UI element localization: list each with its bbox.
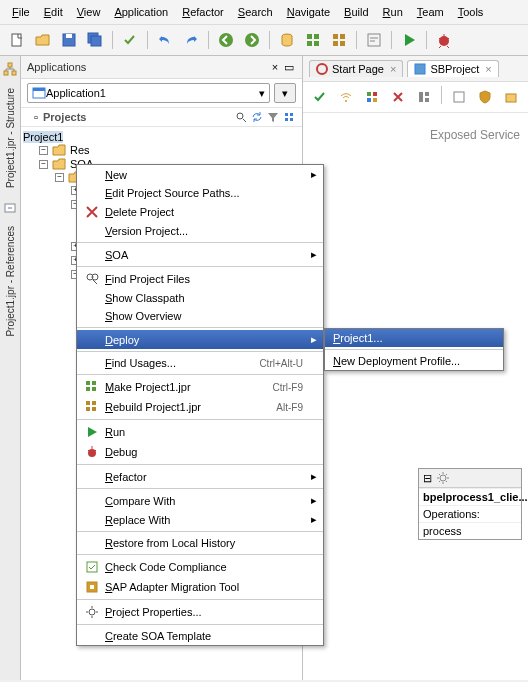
structure-icon[interactable] [3, 62, 17, 76]
ctx-deploy[interactable]: Deploy▸ [77, 330, 323, 349]
ctx-project-properties[interactable]: Project Properties... [77, 602, 323, 622]
menu-application[interactable]: Application [108, 4, 174, 20]
toolbar-options-icon[interactable] [282, 110, 296, 124]
menu-run[interactable]: Run [377, 4, 409, 20]
side-tab-structure[interactable]: Project1.jpr - Structure [3, 82, 18, 194]
svg-rect-49 [506, 94, 516, 102]
tree-root[interactable]: Project1 [23, 131, 63, 143]
run-button[interactable] [398, 29, 420, 51]
shortcut: Ctrl+Alt-U [259, 358, 307, 369]
menu-refactor[interactable]: Refactor [176, 4, 230, 20]
ctx-show-overview[interactable]: Show Overview [77, 307, 323, 325]
tool-shield[interactable] [474, 86, 496, 108]
close-icon[interactable]: × [390, 63, 396, 75]
ctx-version-project[interactable]: Version Project... [77, 222, 323, 240]
undo-button[interactable] [154, 29, 176, 51]
menu-search[interactable]: Search [232, 4, 279, 20]
tab-start-page[interactable]: Start Page × [309, 60, 403, 77]
ctx-delete-project[interactable]: Delete Project [77, 202, 323, 222]
new-button[interactable] [6, 29, 28, 51]
ctx-compare-with[interactable]: Compare With▸ [77, 491, 323, 510]
bpel-component[interactable]: ⊟ bpelprocess1_clie... Operations: proce… [418, 468, 522, 540]
menu-navigate[interactable]: Navigate [281, 4, 336, 20]
application-menu-button[interactable]: ▾ [274, 83, 296, 103]
tab-sbproject[interactable]: SBProject × [407, 60, 498, 77]
side-tab-references[interactable]: Project1.jpr - References [3, 220, 18, 343]
menu-file[interactable]: File [6, 4, 36, 20]
expand-icon[interactable]: − [39, 146, 48, 155]
ctx-rebuild-project1-jpr[interactable]: Rebuild Project1.jprAlt-F9 [77, 397, 323, 417]
toolbar-refresh-icon[interactable] [250, 110, 264, 124]
svg-point-64 [89, 609, 95, 615]
tool-grid[interactable] [361, 86, 383, 108]
deploy-new-deployment-profile[interactable]: New Deployment Profile... [325, 352, 503, 370]
ctx-replace-with[interactable]: Replace With▸ [77, 510, 323, 529]
svg-rect-44 [373, 98, 377, 102]
menu-edit[interactable]: Edit [38, 4, 69, 20]
ctx-label: Compare With [105, 495, 307, 507]
ctx-soa[interactable]: SOA▸ [77, 245, 323, 264]
application-selector[interactable]: Application1 ▾ [27, 83, 270, 103]
ctx-restore-from-local-history[interactable]: Restore from Local History [77, 534, 323, 552]
tool-box[interactable] [500, 86, 522, 108]
debug-button[interactable] [433, 29, 455, 51]
forward-button[interactable] [241, 29, 263, 51]
rebuild-button[interactable] [328, 29, 350, 51]
svg-point-38 [317, 64, 327, 74]
menu-build[interactable]: Build [338, 4, 374, 20]
toolbar-filter-icon[interactable] [266, 110, 280, 124]
expand-icon[interactable]: − [39, 160, 48, 169]
tool-square[interactable] [448, 86, 470, 108]
svg-rect-15 [340, 41, 345, 46]
ctx-run[interactable]: Run [77, 422, 323, 442]
make-button[interactable] [302, 29, 324, 51]
ctx-find-project-files[interactable]: Find Project Files [77, 269, 323, 289]
ctx-show-classpath[interactable]: Show Classpath [77, 289, 323, 307]
svg-rect-20 [12, 71, 16, 75]
ctx-label: New [105, 169, 307, 181]
check-button[interactable] [119, 29, 141, 51]
menu-team[interactable]: Team [411, 4, 450, 20]
menu-tools[interactable]: Tools [452, 4, 490, 20]
ctx-find-usages[interactable]: Find Usages...Ctrl+Alt-U [77, 354, 323, 372]
toolbar-search-icon[interactable] [234, 110, 248, 124]
tree-item[interactable]: Res [70, 144, 90, 156]
back-button[interactable] [215, 29, 237, 51]
collapse-icon[interactable]: ⊟ [423, 472, 432, 485]
svg-rect-45 [419, 92, 423, 102]
menu-view[interactable]: View [71, 4, 107, 20]
svg-rect-46 [425, 92, 429, 96]
menubar: FileEditViewApplicationRefactorSearchNav… [0, 0, 528, 25]
references-icon[interactable] [3, 200, 17, 214]
save-button[interactable] [58, 29, 80, 51]
expand-icon[interactable]: − [55, 173, 64, 182]
svg-rect-12 [333, 34, 338, 39]
db-button[interactable] [276, 29, 298, 51]
close-icon[interactable]: × [485, 63, 491, 75]
redo-button[interactable] [180, 29, 202, 51]
deploy-project1[interactable]: Project1... [325, 329, 503, 347]
save-all-button[interactable] [84, 29, 106, 51]
tool-wifi[interactable] [335, 86, 357, 108]
panel-close-icon[interactable]: × [268, 60, 282, 74]
svg-rect-47 [425, 98, 429, 102]
tool-layout[interactable] [413, 86, 435, 108]
svg-rect-53 [86, 381, 90, 385]
tool-check[interactable] [309, 86, 331, 108]
ctx-edit-project-source-paths[interactable]: Edit Project Source Paths... [77, 184, 323, 202]
ctx-label: Debug [105, 446, 307, 458]
minimize-icon[interactable]: ▫ [29, 110, 43, 124]
ctx-check-code-compliance[interactable]: Check Code Compliance [77, 557, 323, 577]
main-toolbar [0, 25, 528, 56]
ctx-debug[interactable]: Debug [77, 442, 323, 462]
audit-button[interactable] [363, 29, 385, 51]
ctx-create-soa-template[interactable]: Create SOA Template [77, 627, 323, 645]
tab-label: Start Page [332, 63, 384, 75]
ctx-sap-adapter-migration-tool[interactable]: SAP Adapter Migration Tool [77, 577, 323, 597]
ctx-make-project1-jpr[interactable]: Make Project1.jprCtrl-F9 [77, 377, 323, 397]
open-button[interactable] [32, 29, 54, 51]
ctx-refactor[interactable]: Refactor▸ [77, 467, 323, 486]
tool-delete[interactable] [387, 86, 409, 108]
panel-min-icon[interactable]: ▭ [282, 60, 296, 74]
ctx-new[interactable]: New▸ [77, 165, 323, 184]
